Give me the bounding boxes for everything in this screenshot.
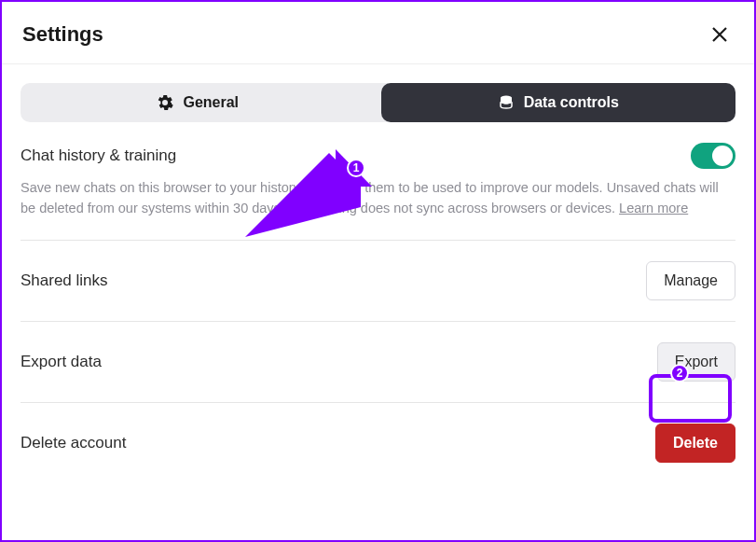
tab-data-controls[interactable]: Data controls	[381, 83, 736, 122]
toggle-knob	[712, 146, 733, 166]
manage-button[interactable]: Manage	[646, 261, 735, 300]
learn-more-link[interactable]: Learn more	[619, 201, 688, 215]
tabbar: General Data controls	[21, 83, 735, 122]
settings-content: Chat history & training Save new chats o…	[2, 122, 754, 493]
delete-account-label: Delete account	[21, 434, 126, 452]
section-delete-account: Delete account Delete	[21, 403, 735, 483]
shared-links-label: Shared links	[21, 271, 108, 290]
history-toggle[interactable]	[691, 143, 735, 169]
export-button[interactable]: Export	[657, 342, 735, 382]
gear-icon	[157, 94, 173, 111]
delete-button[interactable]: Delete	[655, 424, 735, 463]
settings-modal: Settings General Data controls Chat hist…	[2, 2, 754, 540]
close-icon[interactable]	[711, 26, 728, 43]
history-description: Save new chats on this browser to your h…	[21, 178, 735, 219]
page-title: Settings	[22, 22, 103, 47]
database-icon	[498, 94, 515, 111]
export-data-label: Export data	[21, 353, 102, 371]
section-shared-links: Shared links Manage	[21, 241, 735, 322]
tab-data-controls-label: Data controls	[524, 94, 619, 111]
section-history: Chat history & training Save new chats o…	[21, 122, 735, 241]
tab-general[interactable]: General	[21, 83, 376, 122]
history-desc-text: Save new chats on this browser to your h…	[21, 180, 719, 215]
history-label: Chat history & training	[21, 146, 176, 165]
section-export-data: Export data Export	[21, 322, 735, 403]
modal-header: Settings	[2, 2, 754, 64]
tab-general-label: General	[183, 94, 239, 111]
